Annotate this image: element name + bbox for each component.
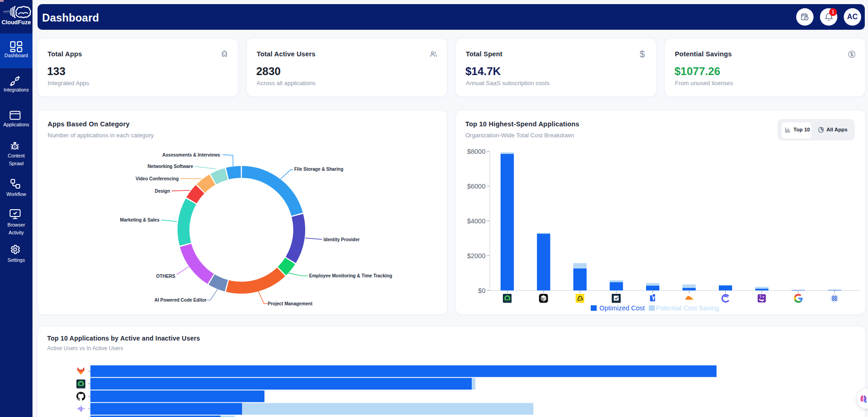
svg-text:Identity Provider: Identity Provider xyxy=(323,237,360,242)
svg-text:Video Conferencing: Video Conferencing xyxy=(135,176,178,181)
svg-text:Marketing & Sales: Marketing & Sales xyxy=(120,217,160,222)
svg-text:OTHERS: OTHERS xyxy=(156,274,175,279)
svg-text:AI Powered Code Editor: AI Powered Code Editor xyxy=(155,298,207,303)
svg-text:Networking Software: Networking Software xyxy=(148,164,194,169)
svg-text:Design: Design xyxy=(155,189,170,194)
svg-text:$2000: $2000 xyxy=(467,252,485,260)
svg-text:$0: $0 xyxy=(478,287,485,294)
svg-text:$6000: $6000 xyxy=(467,183,485,190)
svg-text:Employee Monitoring & Time Tra: Employee Monitoring & Time Tracking xyxy=(309,273,393,278)
svg-text:$4000: $4000 xyxy=(467,217,485,225)
svg-text:Assessments & Interviews: Assessments & Interviews xyxy=(162,152,221,157)
svg-text:Project Management: Project Management xyxy=(268,301,313,306)
svg-text:File Storage & Sharing: File Storage & Sharing xyxy=(294,167,343,172)
svg-text:$8000: $8000 xyxy=(467,148,485,155)
